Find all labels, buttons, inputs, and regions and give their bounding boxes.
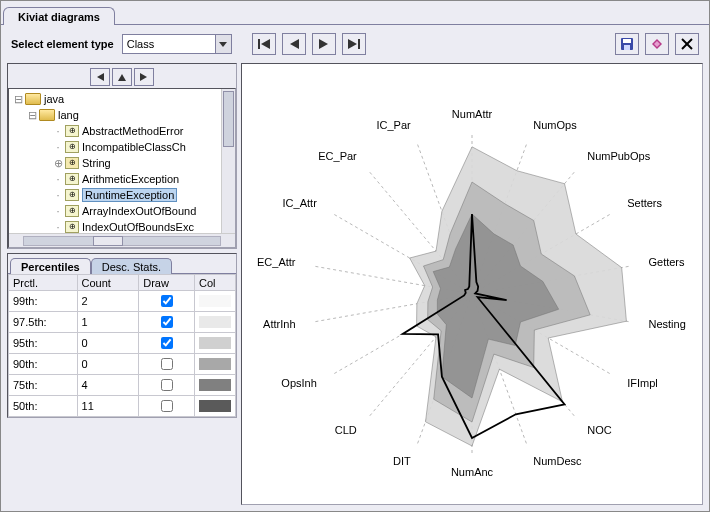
prev-button[interactable] [282, 33, 306, 55]
table-row: 50th:11 [9, 396, 236, 417]
class-icon: ⊕ [65, 205, 79, 217]
save-button[interactable] [615, 33, 639, 55]
window: Kiviat diagrams Select element type Clas… [0, 0, 710, 512]
first-button[interactable] [252, 33, 276, 55]
draw-checkbox[interactable] [161, 295, 173, 307]
cell-draw[interactable] [139, 354, 195, 375]
color-swatch [199, 400, 231, 412]
svg-marker-15 [118, 74, 126, 81]
tab-percentiles[interactable]: Percentiles [10, 258, 91, 274]
class-icon: ⊕ [65, 189, 79, 201]
draw-checkbox[interactable] [161, 400, 173, 412]
cell-count[interactable]: 2 [77, 291, 139, 312]
tree-node-label: ArithmeticException [82, 173, 179, 185]
class-icon: ⊕ [65, 141, 79, 153]
chart-panel: NumAttrNumOpsNumPubOpsSettersGettersNest… [241, 63, 703, 505]
axis-label: IFImpl [627, 377, 658, 389]
cell-draw[interactable] [139, 312, 195, 333]
cell-color[interactable] [194, 375, 235, 396]
tab-kiviat[interactable]: Kiviat diagrams [3, 7, 115, 25]
class-icon: ⊕ [65, 125, 79, 137]
folder-icon [25, 93, 41, 105]
tree-prev-button[interactable] [90, 68, 110, 86]
tree-node-label: String [82, 157, 111, 169]
cell-count[interactable]: 11 [77, 396, 139, 417]
tree-node-label: AbstractMethodError [82, 125, 183, 137]
cell-prctl: 50th: [9, 396, 78, 417]
combo-dropdown-button[interactable] [215, 35, 231, 53]
tree-nav [8, 64, 236, 88]
axis-label: NumDesc [533, 455, 582, 467]
axis-label: EC_Attr [257, 256, 296, 268]
tab-desc-stats[interactable]: Desc. Stats. [91, 258, 172, 274]
tree-node[interactable]: ·⊕AbstractMethodError [11, 123, 233, 139]
subtabstrip: Percentiles Desc. Stats. [8, 254, 236, 274]
svg-marker-14 [97, 73, 104, 81]
svg-rect-9 [624, 45, 630, 50]
close-button[interactable] [675, 33, 699, 55]
axis-label: NOC [587, 424, 612, 436]
cell-color[interactable] [194, 396, 235, 417]
last-button[interactable] [342, 33, 366, 55]
th-draw[interactable]: Draw [139, 275, 195, 291]
element-type-combo[interactable]: Class [122, 34, 232, 54]
axis-label: NumOps [533, 119, 577, 131]
cell-prctl: 75th: [9, 375, 78, 396]
tree-next-button[interactable] [134, 68, 154, 86]
svg-marker-5 [348, 39, 357, 49]
next-button[interactable] [312, 33, 336, 55]
stats-panel: Percentiles Desc. Stats. Prctl. Count Dr… [7, 253, 237, 418]
tree-node[interactable]: ·⊕ArithmeticException [11, 171, 233, 187]
cell-count[interactable]: 0 [77, 333, 139, 354]
tree-view[interactable]: ⊟java ⊟lang ·⊕AbstractMethodError·⊕Incom… [8, 88, 236, 248]
radar-svg: NumAttrNumOpsNumPubOpsSettersGettersNest… [242, 64, 702, 504]
table-row: 90th:0 [9, 354, 236, 375]
tree-node[interactable]: ·⊕ArrayIndexOutOfBound [11, 203, 233, 219]
axis-label: Setters [627, 197, 662, 209]
tree-node[interactable]: ⊕⊕String [11, 155, 233, 171]
draw-checkbox[interactable] [161, 316, 173, 328]
class-icon: ⊕ [65, 221, 79, 233]
cell-draw[interactable] [139, 375, 195, 396]
tree-node-label: IncompatibleClassCh [82, 141, 186, 153]
cell-color[interactable] [194, 333, 235, 354]
help-button[interactable] [645, 33, 669, 55]
cell-draw[interactable] [139, 333, 195, 354]
cell-count[interactable]: 4 [77, 375, 139, 396]
cell-color[interactable] [194, 354, 235, 375]
tree-node-label: RuntimeException [82, 188, 177, 202]
th-prctl[interactable]: Prctl. [9, 275, 78, 291]
cell-count[interactable]: 1 [77, 312, 139, 333]
tree-root: java [44, 93, 64, 105]
select-element-label: Select element type [11, 38, 114, 50]
cell-color[interactable] [194, 312, 235, 333]
svg-marker-16 [140, 73, 147, 81]
color-swatch [199, 295, 231, 307]
vscrollbar[interactable] [221, 89, 235, 233]
color-swatch [199, 337, 231, 349]
tree-node[interactable]: ·⊕RuntimeException [11, 187, 233, 203]
draw-checkbox[interactable] [161, 337, 173, 349]
cell-count[interactable]: 0 [77, 354, 139, 375]
folder-icon [39, 109, 55, 121]
table-row: 75th:4 [9, 375, 236, 396]
cell-color[interactable] [194, 291, 235, 312]
axis-label: Getters [648, 256, 685, 268]
cell-draw[interactable] [139, 396, 195, 417]
draw-checkbox[interactable] [161, 379, 173, 391]
svg-marker-4 [319, 39, 328, 49]
percentiles-table: Prctl. Count Draw Col 99th:297.5th:195th… [8, 274, 236, 417]
kiviat-chart: NumAttrNumOpsNumPubOpsSettersGettersNest… [242, 64, 702, 504]
cell-draw[interactable] [139, 291, 195, 312]
draw-checkbox[interactable] [161, 358, 173, 370]
hscrollbar[interactable] [9, 233, 235, 247]
cell-prctl: 95th: [9, 333, 78, 354]
th-col[interactable]: Col [194, 275, 235, 291]
class-icon: ⊕ [65, 157, 79, 169]
tree-node[interactable]: ·⊕IncompatibleClassCh [11, 139, 233, 155]
table-row: 97.5th:1 [9, 312, 236, 333]
axis-label: CLD [335, 424, 357, 436]
tree-up-button[interactable] [112, 68, 132, 86]
cell-prctl: 99th: [9, 291, 78, 312]
th-count[interactable]: Count [77, 275, 139, 291]
